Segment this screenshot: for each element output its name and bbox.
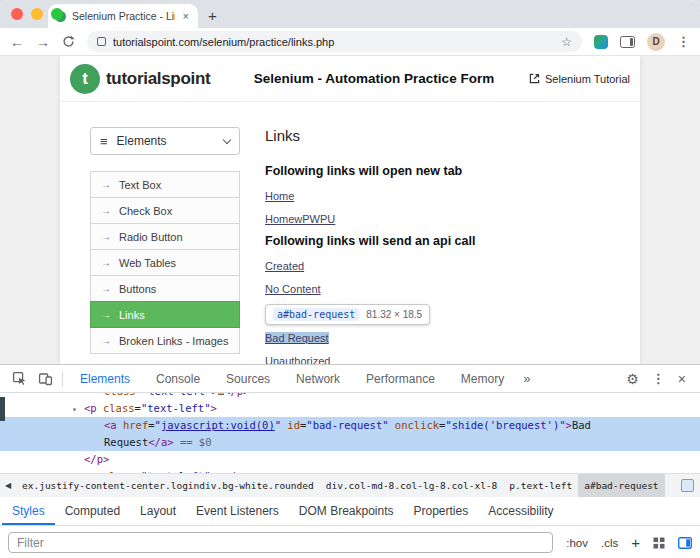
link-row: No Content xyxy=(265,281,610,296)
toggle-cls[interactable]: .cls xyxy=(601,537,618,549)
code-token: href xyxy=(117,419,149,431)
devtools-menu-icon[interactable]: ⋮ xyxy=(652,371,665,386)
styles-tab-properties[interactable]: Properties xyxy=(404,497,479,525)
sidebar-item-label: Links xyxy=(119,309,145,321)
breadcrumb-div-col-md-8-col-lg-8-col-xl-8[interactable]: div.col-md-8.col-lg-8.col-xl-8 xyxy=(320,474,504,497)
reload-icon[interactable] xyxy=(62,35,75,48)
arrow-icon: → xyxy=(101,335,111,346)
code-token: "text-left" xyxy=(141,470,211,473)
styles-tab-dom-breakpoints[interactable]: DOM Breakpoints xyxy=(289,497,404,525)
sidebar-header[interactable]: ≡ Elements xyxy=(90,127,240,155)
expand-icon[interactable]: ▸ xyxy=(72,469,84,473)
breadcrumb-p-text-left[interactable]: p.text-left xyxy=(503,474,578,497)
styles-tab-computed[interactable]: Computed xyxy=(55,497,130,525)
browser-tab[interactable]: Selenium Practice - Links × xyxy=(48,4,198,28)
breadcrumb-list: ex.justify-content-center.logindiv.bg-wh… xyxy=(16,474,675,497)
logo-icon: t xyxy=(70,64,100,94)
minimize-window-icon[interactable] xyxy=(31,8,43,20)
devtools-panel: ElementsConsoleSourcesNetworkPerformance… xyxy=(0,364,700,558)
toggle-plus[interactable]: + xyxy=(631,537,640,549)
sidebar-toggle-icon[interactable] xyxy=(678,537,692,549)
devtools-tab-sources[interactable]: Sources xyxy=(213,365,283,392)
tab-strip: Selenium Practice - Links × + xyxy=(0,0,700,28)
hamburger-icon: ≡ xyxy=(100,134,108,149)
device-toolbar-icon[interactable] xyxy=(32,371,58,386)
code-token: </a> xyxy=(148,436,173,448)
selenium-tutorial-link[interactable]: Selenium Tutorial xyxy=(518,73,630,85)
styles-tab-accessibility[interactable]: Accessibility xyxy=(478,497,563,525)
close-window-icon[interactable] xyxy=(11,8,23,20)
tutorial-link-label: Selenium Tutorial xyxy=(545,73,630,85)
sidebar-item-broken-links-images[interactable]: →Broken Links - Images xyxy=(90,327,240,354)
link-home[interactable]: Home xyxy=(265,190,294,202)
site-info-icon[interactable] xyxy=(97,37,106,46)
dom-node[interactable]: class="text-left">…</p> xyxy=(0,393,700,400)
settings-gear-icon[interactable]: ⚙ xyxy=(626,371,639,387)
profile-avatar[interactable]: D xyxy=(647,33,665,51)
filter-input[interactable] xyxy=(8,532,553,553)
forward-icon[interactable]: → xyxy=(36,35,50,49)
extension-icon[interactable] xyxy=(594,35,608,49)
link-bad-request[interactable]: Bad Request xyxy=(265,332,329,344)
devtools-tab-memory[interactable]: Memory xyxy=(448,365,517,392)
link-unauthorized[interactable]: Unauthorized xyxy=(265,355,330,364)
arrow-icon: → xyxy=(101,179,111,190)
code-token: <p xyxy=(84,470,97,473)
side-panel-icon[interactable] xyxy=(620,36,635,48)
sidebar-item-radio-button[interactable]: →Radio Button xyxy=(90,223,240,250)
link-row: Bad Request xyxy=(265,330,610,345)
back-icon[interactable]: ← xyxy=(10,35,24,49)
tab-title: Selenium Practice - Links xyxy=(72,10,175,22)
chevron-down-icon xyxy=(223,136,231,144)
breadcrumb-ex-justify-content-center-logindiv-bg-white-rounded[interactable]: ex.justify-content-center.logindiv.bg-wh… xyxy=(16,474,320,497)
breadcrumb-expand-icon[interactable] xyxy=(681,479,694,492)
breadcrumb-a-bad-request[interactable]: a#bad-request xyxy=(578,474,664,497)
sidebar-item-check-box[interactable]: →Check Box xyxy=(90,197,240,224)
fullscreen-window-icon[interactable] xyxy=(51,8,63,20)
dom-node[interactable]: ▸<p class="text-left">…</p> xyxy=(0,468,700,473)
sidebar-item-text-box[interactable]: →Text Box xyxy=(90,171,240,198)
new-tab-button[interactable]: + xyxy=(208,9,217,23)
content-heading: Links xyxy=(265,127,610,144)
browser-menu-icon[interactable]: ⋮ xyxy=(677,34,690,49)
devtools-tabs: ElementsConsoleSourcesNetworkPerformance… xyxy=(67,365,517,392)
devtools-toolbar: ElementsConsoleSourcesNetworkPerformance… xyxy=(0,365,700,393)
card-body: ≡ Elements →Text Box→Check Box→Radio But… xyxy=(60,102,640,364)
devtools-close-icon[interactable]: × xyxy=(678,371,686,387)
tutorialspoint-logo[interactable]: t tutorialspoint xyxy=(70,64,230,94)
dom-node-selected[interactable]: Request</a> == $0 xyxy=(0,434,700,451)
inspect-element-icon[interactable] xyxy=(6,371,32,386)
code-token: </p> xyxy=(223,470,248,473)
code-token: Request xyxy=(104,436,148,448)
gutter-marker xyxy=(0,397,5,421)
url-text: tutorialspoint.com/selenium/practice/lin… xyxy=(113,36,554,48)
toggle-hov[interactable]: :hov xyxy=(566,537,588,549)
styles-tab-layout[interactable]: Layout xyxy=(130,497,186,525)
link-created[interactable]: Created xyxy=(265,260,304,272)
arrow-icon: → xyxy=(101,205,111,216)
sidebar-item-buttons[interactable]: →Buttons xyxy=(90,275,240,302)
sidebar-item-links[interactable]: →Links xyxy=(90,301,240,328)
dom-node[interactable]: </p> xyxy=(0,451,700,468)
link-homewpwpu[interactable]: HomewPWPU xyxy=(265,213,335,225)
more-tabs-icon[interactable]: » xyxy=(517,371,536,386)
tab-close-icon[interactable]: × xyxy=(181,10,191,22)
devtools-tab-performance[interactable]: Performance xyxy=(353,365,448,392)
dom-node-selected[interactable]: <a href="javascript:void(0)" id="bad-req… xyxy=(0,417,700,434)
browser-toolbar: ← → tutorialspoint.com/selenium/practice… xyxy=(0,28,700,56)
bookmark-star-icon[interactable]: ☆ xyxy=(561,35,572,49)
browser-window: Selenium Practice - Links × + ← → tutori… xyxy=(0,0,700,558)
devtools-tab-elements[interactable]: Elements xyxy=(67,365,143,392)
collapse-icon[interactable]: ▾ xyxy=(72,401,84,418)
devtools-tab-network[interactable]: Network xyxy=(283,365,353,392)
devtools-tab-console[interactable]: Console xyxy=(143,365,213,392)
links-sections: Following links will open new tabHomeHom… xyxy=(265,164,610,364)
dom-node[interactable]: ▾<p class="text-left"> xyxy=(0,400,700,417)
sidebar-item-web-tables[interactable]: →Web Tables xyxy=(90,249,240,276)
styles-tab-styles[interactable]: Styles xyxy=(2,497,55,525)
link-no-content[interactable]: No Content xyxy=(265,283,321,295)
address-bar[interactable]: tutorialspoint.com/selenium/practice/lin… xyxy=(87,31,582,52)
grid-icon[interactable] xyxy=(653,537,665,549)
styles-tab-event-listeners[interactable]: Event Listeners xyxy=(186,497,289,525)
breadcrumb-scroll-left-icon[interactable]: ◀ xyxy=(0,481,16,490)
